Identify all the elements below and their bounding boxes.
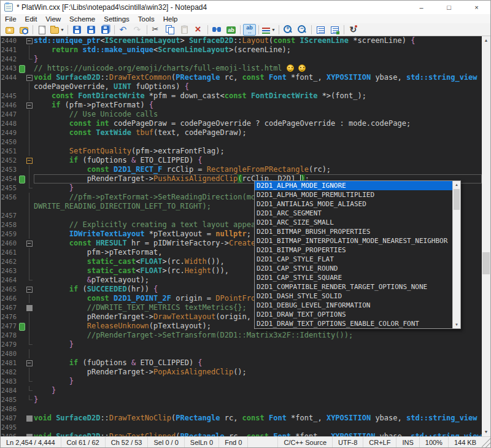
code-line-2440[interactable]: 2440std::unique_ptr<IScreenLineLayout> S…: [1, 36, 482, 45]
menu-file[interactable]: File: [1, 14, 21, 23]
code-line-2480[interactable]: 2480: [1, 349, 482, 358]
line-number[interactable]: 2463: [1, 266, 19, 276]
autocomplete-item[interactable]: D2D1_BITMAP_PROPERTIES: [255, 245, 452, 255]
code-line-2485[interactable]: 2485}: [1, 395, 482, 404]
line-number[interactable]: 2464: [1, 276, 19, 285]
line-number[interactable]: 2444: [1, 73, 19, 82]
line-number[interactable]: 2455: [1, 183, 19, 193]
line-number[interactable]: 2446: [1, 101, 19, 110]
line-number[interactable]: 2496: [1, 432, 19, 436]
status-overtype-mode[interactable]: INS: [396, 437, 419, 447]
status-doc-type[interactable]: C/C++ Source: [277, 437, 332, 447]
bookmark-margin[interactable]: [19, 377, 25, 386]
line-number[interactable]: 2440: [1, 36, 19, 45]
bookmark-marker[interactable]: [19, 64, 25, 73]
code-line-2495[interactable]: 2495: [1, 423, 482, 432]
fold-collapsed-icon[interactable]: [25, 414, 34, 423]
scroll-down-arrow-icon[interactable]: ▼: [482, 428, 490, 436]
bookmark-margin[interactable]: [19, 165, 25, 174]
line-number[interactable]: 2441: [1, 45, 19, 55]
paste-button[interactable]: [178, 24, 191, 36]
autocomplete-item[interactable]: D2D1_DASH_STYLE_SOLID: [255, 292, 452, 301]
zoom-out-button[interactable]: −: [296, 24, 309, 36]
code-line-2484[interactable]: 2484 }: [1, 386, 482, 395]
editor[interactable]: 2440std::unique_ptr<IScreenLineLayout> S…: [1, 36, 490, 436]
fold-open-icon[interactable]: [25, 36, 34, 45]
code-line-2453[interactable]: 2453 const D2D1_RECT_F rcClip = Rectangl…: [1, 165, 482, 174]
line-number[interactable]: 2454: [1, 174, 19, 183]
line-number[interactable]: 2447: [1, 110, 19, 119]
bookmark-margin[interactable]: [19, 340, 25, 349]
autocomplete-item[interactable]: D2D1_CAP_STYLE_FLAT: [255, 255, 452, 264]
line-number[interactable]: 2456: [1, 193, 19, 202]
chevron-down-icon[interactable]: ▼: [271, 28, 276, 32]
copy-button[interactable]: [164, 24, 177, 36]
save-button[interactable]: [71, 24, 83, 36]
code-line-2445[interactable]: 2445 const FontDirectWrite *pfm = down_c…: [1, 91, 482, 101]
cut-button[interactable]: [150, 24, 163, 36]
code-line-2479[interactable]: 2479 }: [1, 340, 482, 349]
word-wrap-button[interactable]: ab: [243, 24, 256, 36]
status-column[interactable]: Col 61 / 62: [61, 437, 106, 447]
code-line-2452[interactable]: 2452 if (fuOptions & ETO_CLIPPED) {: [1, 156, 482, 165]
bookmark-margin[interactable]: [19, 73, 25, 82]
replace-button[interactable]: ab: [225, 24, 238, 36]
bookmark-margin[interactable]: [19, 285, 25, 294]
bookmark-marker[interactable]: [19, 322, 25, 331]
bookmark-margin[interactable]: [19, 183, 25, 193]
find-button[interactable]: [211, 24, 223, 36]
delete-button[interactable]: [192, 24, 205, 36]
fold-open-icon[interactable]: [25, 239, 34, 248]
fold-collapsed-icon[interactable]: [25, 432, 34, 436]
bookmark-margin[interactable]: [19, 303, 25, 312]
code-line-2486[interactable]: 2486: [1, 404, 482, 414]
bookmark-margin[interactable]: [19, 45, 25, 55]
bookmark-margin[interactable]: [19, 349, 25, 358]
status-selected-lines[interactable]: SelLn 0: [185, 437, 219, 447]
line-number[interactable]: 2481: [1, 358, 19, 368]
reload-button[interactable]: [347, 24, 360, 36]
bookmark-margin[interactable]: [19, 193, 25, 202]
view-list-button[interactable]: [314, 24, 327, 36]
line-number[interactable]: 2449: [1, 128, 19, 137]
status-line-ending[interactable]: CR+LF: [363, 437, 396, 447]
autocomplete-item[interactable]: D2D1_CAP_STYLE_SQUARE: [255, 273, 452, 282]
redo-button[interactable]: [131, 24, 144, 36]
line-number[interactable]: 2484: [1, 386, 19, 395]
bookmark-margin[interactable]: [19, 312, 25, 322]
line-number[interactable]: 2461: [1, 248, 19, 257]
line-number[interactable]: 2486: [1, 404, 19, 414]
editor-scrollbar[interactable]: ▲ ▼: [482, 36, 490, 436]
line-number[interactable]: 2453: [1, 165, 19, 174]
fold-open-icon[interactable]: [25, 73, 34, 82]
bookmark-margin[interactable]: [19, 432, 25, 436]
save-all-button[interactable]: [99, 24, 112, 36]
bookmark-margin[interactable]: [19, 404, 25, 414]
menu-tools[interactable]: Tools: [134, 14, 159, 23]
line-number[interactable]: 2443: [1, 64, 19, 73]
line-number[interactable]: 2467: [1, 303, 19, 312]
autocomplete-item[interactable]: D2D1_CAP_STYLE_ROUND: [255, 264, 452, 273]
bookmark-margin[interactable]: [19, 220, 25, 230]
view-edit-button[interactable]: [328, 24, 341, 36]
fold-open-icon[interactable]: [25, 156, 34, 165]
save-as-button[interactable]: [85, 24, 98, 36]
autocomplete-item[interactable]: D2D1_COMPATIBLE_RENDER_TARGET_OPTIONS_NO…: [255, 282, 452, 292]
line-number[interactable]: 2459: [1, 230, 19, 239]
bookmark-margin[interactable]: [19, 91, 25, 101]
code-line-2442[interactable]: 2442}: [1, 55, 482, 64]
bookmark-margin[interactable]: [19, 36, 25, 45]
scrollbar-thumb[interactable]: [454, 189, 460, 210]
line-number[interactable]: 2451: [1, 147, 19, 156]
scheme-select-button[interactable]: ▼: [261, 24, 276, 36]
chevron-down-icon[interactable]: ▼: [60, 28, 64, 32]
browse-folder-button[interactable]: [17, 24, 30, 36]
code-line-2443[interactable]: 2443// https://unicode.org/emoji/charts/…: [1, 64, 482, 73]
scroll-up-arrow-icon[interactable]: ▲: [453, 181, 460, 188]
scrollbar-thumb[interactable]: [482, 252, 490, 274]
line-number[interactable]: 2478: [1, 331, 19, 340]
code-line-2446[interactable]: 2446 if (pfm->pTextFormat) {: [1, 101, 482, 110]
bookmark-margin[interactable]: [19, 82, 25, 91]
bookmark-margin[interactable]: [19, 211, 25, 220]
line-number[interactable]: 2476: [1, 312, 19, 322]
